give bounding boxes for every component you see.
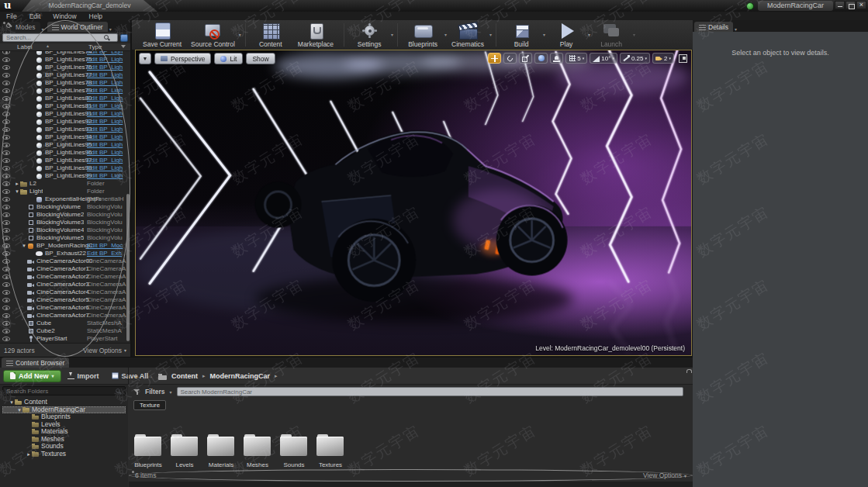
path-picker-icon[interactable] [158,374,167,380]
visibility-eye-icon[interactable] [2,57,10,62]
lit-mode-button[interactable]: Lit [214,53,243,64]
scale-snap-button[interactable]: 0.25 ▾ [620,53,650,64]
forward-button[interactable]: → [146,368,154,384]
add-new-button[interactable]: Add New ▾ [3,370,61,382]
menu-item[interactable]: File [0,12,23,20]
content-folder[interactable]: Sounds [279,434,309,468]
toolbar-button[interactable]: Content [250,21,295,49]
toolbar-button-label: Content [259,40,282,48]
rotation-snap-button[interactable]: 10° ▾ [590,53,617,64]
active-filter-chip[interactable]: Texture [133,400,166,410]
chevron-down-icon[interactable]: ▾ [733,26,738,32]
chevron-down-icon[interactable]: ▾ [170,389,172,395]
filters-label[interactable]: Filters [145,388,165,395]
chevron-down-icon: ▾ [612,56,614,60]
minimize-button[interactable] [835,1,845,9]
toolbar-button-icon [201,22,224,40]
toolbar-button[interactable]: Settings [348,21,393,49]
perspective-button[interactable]: Perspective [154,53,211,64]
title-bar[interactable]: u ModernRacingCar_demolev ModernRacingCa… [0,0,868,12]
folder-tree-row[interactable]: Meshes [2,436,126,444]
chevron-down-icon[interactable]: ▾ [108,26,113,32]
toolbar-button-label: Play [560,40,573,48]
content-folder[interactable]: Textures [316,434,345,468]
expander-arrow-icon[interactable] [16,406,22,414]
type-filter-icon[interactable] [121,45,126,48]
expander-arrow-icon[interactable] [26,451,32,458]
content-folder[interactable]: Meshes [243,434,272,468]
visibility-eye-icon[interactable] [2,313,10,318]
toolbar-button[interactable] [397,23,398,47]
visibility-eye-icon[interactable] [2,329,10,333]
rotate-tool-button[interactable] [503,53,517,64]
scale-tool-button[interactable] [519,53,532,64]
folder-tree-row[interactable]: Textures [2,451,126,458]
visibility-eye-icon[interactable] [2,73,10,78]
visibility-eye-icon[interactable] [2,81,10,85]
visibility-eye-icon[interactable] [2,51,10,54]
details-panel: Details ▾ Select an object to view detai… [693,20,868,487]
visibility-eye-icon[interactable] [2,337,10,341]
toolbar-button[interactable]: Blueprints [402,21,447,49]
toolbar-button[interactable] [344,23,344,47]
outliner-search-options-icon[interactable] [120,34,128,42]
asset-search-input[interactable] [177,387,683,396]
breadcrumb-current-folder[interactable]: ModernRacingCar [210,372,271,380]
viewport-options-dropdown[interactable]: ▼ [139,53,151,64]
visibility-eye-icon[interactable] [2,321,10,326]
cb-view-options[interactable]: View Options ▾ [633,471,686,479]
toolbar-button[interactable] [245,23,246,47]
surface-snapping-button[interactable] [550,53,563,64]
folder-name: Blueprints [133,461,163,468]
tab-modes[interactable]: Modes [2,22,40,32]
chevron-down-icon: ▾ [52,373,54,378]
toolbar-button[interactable] [496,23,496,47]
import-button[interactable]: Import [61,370,105,382]
folder-icon [207,434,235,456]
chevron-down-icon: ▾ [645,56,648,60]
toolbar-button[interactable]: Cinematics [447,21,492,49]
camera-speed-button[interactable]: 2 ▾ [652,53,674,64]
show-button[interactable]: Show [246,53,275,64]
folder-name: Sounds [279,461,309,468]
move-tool-button[interactable] [488,53,501,64]
breadcrumb-separator-icon[interactable]: ▸ [275,373,278,379]
angle-snap-icon [593,55,600,62]
visibility-eye-icon[interactable] [2,290,10,295]
folder-tree-row[interactable]: Blueprints [2,413,126,421]
world-local-toggle[interactable] [534,53,548,64]
toolbar-button[interactable]: Marketplace [295,21,340,49]
menu-item[interactable]: Edit [23,12,47,20]
breadcrumb-separator-icon[interactable]: ▸ [202,373,206,379]
filter-funnel-icon[interactable] [133,389,140,395]
content-folder[interactable]: Blueprints [133,434,163,468]
breadcrumb-content[interactable]: Content [171,372,198,380]
maximize-viewport-button[interactable] [679,54,687,63]
grid-snap-button[interactable]: 5 ▾ [565,53,587,64]
visibility-eye-icon[interactable] [2,88,10,93]
document-tab[interactable]: ModernRacingCar_demolev [22,0,157,12]
menu-item[interactable]: Help [83,12,109,20]
back-button[interactable]: ← [133,368,141,384]
expander-arrow-icon[interactable] [9,399,15,406]
toolbar-button[interactable]: Build [500,21,545,49]
toolbar-button[interactable]: Play [545,21,590,49]
visibility-eye-icon[interactable] [2,298,10,302]
close-button[interactable] [856,1,866,9]
visibility-eye-icon[interactable] [2,306,10,310]
outliner-view-options[interactable]: View Options ▾ [73,347,126,354]
toolbar-button[interactable]: Save Current [140,21,188,49]
content-folder[interactable]: Levels [170,434,199,468]
visibility-eye-icon[interactable] [2,282,10,287]
toolbar-button-icon [259,22,282,40]
menu-item[interactable]: Window [47,12,82,20]
content-folder[interactable]: Materials [206,434,236,468]
search-folders-input[interactable] [2,386,126,395]
level-viewport[interactable]: ▼ Perspective Lit Show 5 ▾ [135,50,692,356]
tab-content-browser[interactable]: Content Browser [2,357,69,368]
restore-button[interactable] [846,1,856,9]
toolbar-button[interactable]: Source Control [188,21,241,49]
toolbar-button[interactable]: Launch [590,21,635,49]
tab-details[interactable]: Details [694,22,733,32]
visibility-eye-icon[interactable] [2,65,10,70]
